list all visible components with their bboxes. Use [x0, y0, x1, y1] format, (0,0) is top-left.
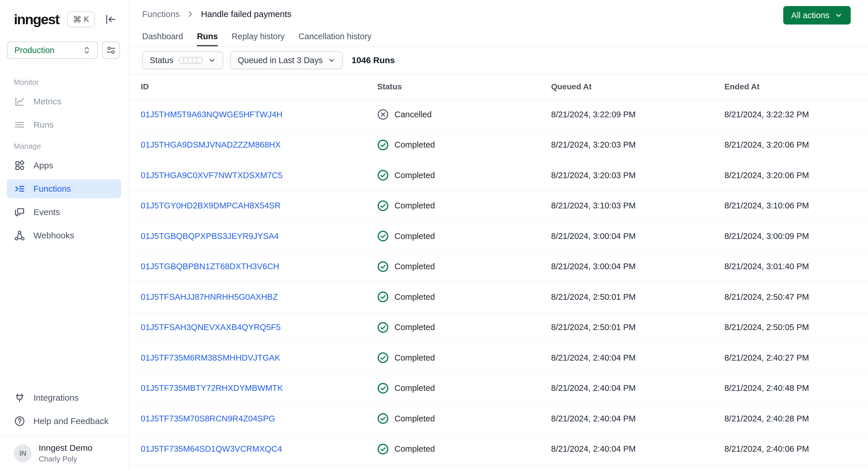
user-menu[interactable]: IN Inngest Demo Charly Poly	[7, 436, 121, 471]
run-status-label: Completed	[395, 140, 435, 150]
status-filter-label: Status	[150, 56, 173, 65]
run-id-link[interactable]: 01J5TGY0HD2BX9DMPCAH8X54SR	[141, 201, 281, 210]
environment-label: Production	[14, 45, 55, 55]
tab-replay-history[interactable]: Replay history	[231, 28, 285, 46]
run-ended-at: 8/21/2024, 3:22:32 PM	[712, 110, 868, 119]
command-k-shortcut[interactable]: ⌘ K	[67, 11, 95, 27]
run-id-cell: 01J5TGBQBQPXPBS3JEYR9JYSA4	[128, 231, 365, 241]
status-completed-icon	[377, 413, 389, 424]
run-ended-at: 8/21/2024, 2:40:48 PM	[712, 383, 868, 393]
sidebar-item-metrics[interactable]: Metrics	[7, 92, 121, 111]
run-id-link[interactable]: 01J5THM5T9A63NQWGE5HFTWJ4H	[141, 110, 283, 119]
status-filter-button[interactable]: Status	[142, 51, 223, 69]
collapse-sidebar-icon	[104, 13, 117, 25]
run-queued-at: 8/21/2024, 3:10:03 PM	[539, 201, 712, 211]
run-status-cell: Completed	[365, 139, 539, 151]
tab-dashboard[interactable]: Dashboard	[142, 28, 183, 46]
inngest-logo: inngest	[14, 11, 59, 27]
environment-settings-button[interactable]	[102, 41, 120, 59]
run-ended-at: 8/21/2024, 3:20:06 PM	[712, 140, 868, 150]
run-status-cell: Completed	[365, 413, 539, 424]
sidebar-item-functions[interactable]: Functions	[7, 179, 121, 198]
status-completed-icon	[377, 200, 389, 212]
run-id-link[interactable]: 01J5THGA9DSMJVNADZZZM868HX	[141, 140, 281, 149]
run-id-link[interactable]: 01J5TFSAH3QNEVXAXB4QYRQ5F5	[141, 322, 281, 332]
table-row: 01J5TFSAH3QNEVXAXB4QYRQ5F5Completed8/21/…	[128, 312, 868, 343]
run-queued-at: 8/21/2024, 2:50:01 PM	[539, 322, 712, 332]
sidebar-item-integrations[interactable]: Integrations	[7, 388, 121, 407]
run-ended-at: 8/21/2024, 3:20:06 PM	[712, 170, 868, 180]
all-actions-label: All actions	[791, 11, 829, 20]
run-id-cell: 01J5THM5T9A63NQWGE5HFTWJ4H	[128, 110, 365, 119]
status-completed-icon	[377, 443, 389, 455]
run-id-link[interactable]: 01J5TF735MBTY72RHXDYMBWMTK	[141, 383, 283, 392]
sidebar: inngest ⌘ K Production	[0, 0, 128, 471]
run-id-link[interactable]: 01J5TGBQBPBN1ZT68DXTH3V6CH	[141, 262, 279, 271]
run-queued-at: 8/21/2024, 2:40:04 PM	[539, 383, 712, 393]
collapse-sidebar-button[interactable]	[104, 13, 117, 25]
run-status-cell: Completed	[365, 200, 539, 212]
run-id-link[interactable]: 01J5TF735M64SD1QW3VCRMXQC4	[141, 444, 282, 453]
run-status-cell: Cancelled	[365, 109, 539, 120]
breadcrumb-functions[interactable]: Functions	[142, 9, 180, 19]
sidebar-item-webhooks[interactable]: Webhooks	[7, 226, 121, 245]
status-completed-icon	[377, 352, 389, 364]
run-status-cell: Completed	[365, 291, 539, 303]
sidebar-item-apps[interactable]: Apps	[7, 156, 121, 175]
run-status-label: Completed	[395, 262, 435, 271]
run-queued-at: 8/21/2024, 2:40:04 PM	[539, 444, 712, 454]
sidebar-item-help[interactable]: Help and Feedback	[7, 412, 121, 431]
time-range-filter-button[interactable]: Queued in Last 3 Days	[230, 51, 343, 69]
run-id-cell: 01J5TF735M70S8RCN9R4Z04SPG	[128, 414, 365, 423]
run-status-label: Completed	[395, 170, 435, 180]
run-id-link[interactable]: 01J5TF735M6RM38SMHHDVJTGAK	[141, 353, 280, 362]
sidebar-item-label: Events	[33, 207, 60, 217]
status-completed-icon	[377, 382, 389, 394]
breadcrumb-current: Handle failed payments	[201, 9, 291, 19]
sliders-icon	[105, 45, 117, 56]
table-row: 01J5TGBQBQPXPBS3JEYR9JYSA4Completed8/21/…	[128, 221, 868, 252]
environment-select[interactable]: Production	[7, 41, 98, 59]
functions-icon	[14, 183, 25, 195]
run-id-cell: 01J5TF735M64SD1QW3VCRMXQC4	[128, 444, 365, 454]
run-id-link[interactable]: 01J5TF735M70S8RCN9R4Z04SPG	[141, 414, 275, 423]
table-row: 01J5TF735M70S8RCN9R4Z04SPGCompleted8/21/…	[128, 404, 868, 434]
main-content: Functions Handle failed payments All act…	[128, 0, 868, 471]
status-cancelled-icon	[377, 109, 389, 120]
all-actions-button[interactable]: All actions	[783, 6, 851, 25]
runs-count: 1046 Runs	[351, 55, 395, 65]
run-id-cell: 01J5THGA9C0XVF7NWTXDSXM7C5	[128, 170, 365, 180]
status-completed-icon	[377, 169, 389, 181]
command-icon: ⌘	[73, 14, 82, 25]
table-body: 01J5THM5T9A63NQWGE5HFTWJ4HCancelled8/21/…	[128, 99, 868, 464]
run-id-link[interactable]: 01J5THGA9C0XVF7NWTXDSXM7C5	[141, 170, 283, 180]
run-ended-at: 8/21/2024, 3:01:40 PM	[712, 262, 868, 271]
table-row: 01J5TF735M64SD1QW3VCRMXQC4Completed8/21/…	[128, 434, 868, 465]
chevron-right-icon	[187, 10, 194, 18]
chevron-down-icon	[835, 11, 843, 19]
list-icon	[14, 119, 25, 131]
run-id-link[interactable]: 01J5TFSAHJJ87HNRHH5G0AXHBZ	[141, 292, 278, 302]
run-queued-at: 8/21/2024, 3:00:04 PM	[539, 231, 712, 241]
chart-icon	[14, 96, 25, 107]
run-id-cell: 01J5TF735MBTY72RHXDYMBWMTK	[128, 383, 365, 393]
run-ended-at: 8/21/2024, 2:50:47 PM	[712, 292, 868, 302]
run-id-link[interactable]: 01J5TGBQBQPXPBS3JEYR9JYSA4	[141, 231, 279, 241]
table-row: 01J5THGA9DSMJVNADZZZM868HXCompleted8/21/…	[128, 130, 868, 161]
sidebar-item-runs[interactable]: Runs	[7, 115, 121, 134]
run-status-label: Completed	[395, 383, 435, 393]
run-status-label: Completed	[395, 444, 435, 454]
run-queued-at: 8/21/2024, 3:20:03 PM	[539, 170, 712, 180]
sidebar-item-events[interactable]: Events	[7, 202, 121, 222]
run-id-cell: 01J5TF735M6RM38SMHHDVJTGAK	[128, 353, 365, 363]
tab-runs[interactable]: Runs	[197, 28, 218, 46]
run-id-cell: 01J5TFSAH3QNEVXAXB4QYRQ5F5	[128, 322, 365, 332]
sidebar-item-label: Metrics	[33, 97, 61, 106]
run-status-label: Completed	[395, 322, 435, 332]
run-id-cell: 01J5TGY0HD2BX9DMPCAH8X54SR	[128, 201, 365, 211]
status-completed-icon	[377, 139, 389, 151]
sidebar-item-label: Webhooks	[33, 230, 74, 241]
column-header-queued-at: Queued At	[539, 82, 712, 91]
tab-cancellation-history[interactable]: Cancellation history	[299, 28, 371, 46]
chevron-down-icon	[208, 57, 216, 64]
